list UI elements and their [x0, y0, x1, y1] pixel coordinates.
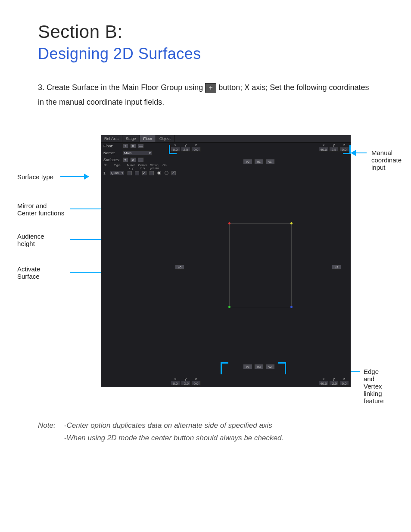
chevron-down-icon: ▾ — [149, 151, 151, 155]
tab-stage[interactable]: Stage — [122, 135, 140, 142]
svg-marker-0 — [84, 174, 89, 180]
anno-activate-surface: Activate Surface — [17, 265, 40, 280]
coord-top-left: xyz 0.0 2.5 0.0 — [171, 143, 201, 152]
surface-type-value: Quad — [111, 171, 118, 174]
v2-button[interactable]: v2 — [265, 364, 275, 369]
bracket-icon — [221, 362, 228, 374]
coord-input[interactable]: 0.0 — [171, 147, 180, 152]
surface-quad — [229, 223, 292, 307]
coord-input[interactable]: 40.0 — [319, 381, 328, 386]
vbtns-bottom: v3 e3 v2 — [243, 364, 275, 369]
hdr-no: No. — [103, 164, 109, 167]
coord-input[interactable]: 0.0 — [191, 381, 201, 386]
coord-input[interactable]: 0.0 — [339, 381, 349, 386]
hdr-on: On — [161, 164, 168, 167]
v3-button[interactable]: v3 — [243, 364, 252, 369]
note-label: Note: — [38, 420, 62, 432]
hdr-type: Type — [110, 164, 125, 167]
arrow-line — [355, 152, 367, 153]
coord-bottom-left: xyz 0.0 -2.5 0.0 — [171, 377, 201, 386]
anno-audience-height: Audience height — [17, 233, 44, 247]
e3-button[interactable]: e3 — [254, 364, 264, 369]
coord-bottom-right: xyz 40.0 -2.5 0.0 — [319, 377, 349, 386]
step-text-a: Create Surface in the Main Floor Group u… — [47, 83, 203, 92]
note-line-1: -Center option duplicates data on altern… — [64, 421, 272, 429]
vertex-dot — [290, 306, 293, 308]
surfaces-add-button[interactable]: + — [122, 157, 128, 162]
sub-no: no — [156, 167, 159, 170]
sub-y: y — [143, 167, 145, 170]
name-value: Main — [124, 151, 131, 155]
arrow-line — [60, 176, 84, 177]
note-block: Note: -Center option duplicates data on … — [38, 420, 389, 445]
section-title: Section B: — [38, 22, 389, 42]
coord-input[interactable]: 2.5 — [329, 147, 339, 152]
e1-button[interactable]: e1 — [254, 159, 264, 164]
page-footer: Adamson Systems Engineering | Blueprint … — [0, 530, 411, 532]
hdr-sitting: Sitting — [149, 164, 159, 167]
sub-x: x — [129, 167, 131, 170]
row-idx: 1 — [103, 171, 109, 175]
surfaces-remove-button[interactable]: × — [130, 157, 136, 162]
sitting-no-radio[interactable] — [165, 171, 168, 175]
floor-add-button[interactable]: + — [122, 143, 128, 149]
step-number: 3. — [38, 83, 44, 92]
arrow-right-icon — [84, 174, 90, 180]
section-subtitle: Designing 2D Surfaces — [38, 45, 389, 63]
anno-mirror-center: Mirror and Center functions — [17, 202, 64, 217]
floor-remove-button[interactable]: × — [130, 143, 136, 149]
app-window: Ref Axis Stage Floor Object Floor: + × —… — [101, 135, 351, 387]
tab-refaxis[interactable]: Ref Axis — [101, 135, 122, 142]
coord-input[interactable]: -2.5 — [181, 381, 190, 386]
coord-input[interactable]: -2.5 — [329, 381, 339, 386]
center-y-checkbox[interactable] — [149, 171, 154, 175]
center-x-checkbox[interactable] — [142, 171, 146, 175]
sub-x: x — [140, 167, 142, 170]
plus-icon-inline: + — [205, 83, 216, 93]
v0-button[interactable]: v0 — [243, 159, 252, 164]
coord-input[interactable]: 0.0 — [191, 147, 201, 152]
coord-input[interactable]: 2.5 — [181, 147, 190, 152]
floor-label: Floor: — [103, 144, 121, 148]
coord-top-right: xyz 40.0 2.5 0.0 — [319, 143, 349, 152]
coord-input[interactable]: 40.0 — [319, 147, 328, 152]
sitting-yes-radio[interactable] — [157, 171, 161, 175]
e0-button[interactable]: e0 — [175, 264, 184, 270]
surfaces-label: Surfaces: — [103, 158, 121, 162]
hdr-mirror: Mirror — [126, 164, 136, 167]
mirror-y-checkbox[interactable] — [135, 171, 139, 175]
anno-manual-coord: Manual coordinate input — [371, 149, 402, 171]
diagram: Surface type Mirror and Center functions… — [22, 135, 389, 402]
tab-floor[interactable]: Floor — [140, 135, 156, 142]
surface-type-select[interactable]: Quad▾ — [110, 171, 125, 175]
svg-marker-4 — [351, 150, 356, 156]
surface-row-1: 1 Quad▾ — [101, 170, 351, 176]
on-checkbox[interactable] — [171, 171, 176, 175]
sub-y: y — [132, 167, 134, 170]
coord-input[interactable]: 0.0 — [171, 381, 180, 386]
tab-bar: Ref Axis Stage Floor Object — [101, 135, 351, 143]
surface-subheaders: x y x y yes no — [101, 166, 351, 170]
v1-button[interactable]: v1 — [265, 159, 275, 164]
surfaces-more-button[interactable]: — — [138, 157, 144, 162]
vertex-dot — [228, 222, 230, 224]
name-select[interactable]: Main▾ — [122, 150, 153, 156]
floor-more-button[interactable]: — — [138, 143, 144, 149]
mirror-x-checkbox[interactable] — [128, 171, 132, 175]
name-label: Name: — [103, 151, 121, 155]
e2-button[interactable]: e2 — [332, 264, 341, 270]
sub-yes: yes — [150, 167, 155, 170]
anno-edge-vertex: Edge and Vertex linking feature — [364, 368, 389, 404]
vertex-dot — [290, 222, 293, 224]
tab-object[interactable]: Object — [156, 135, 174, 142]
bracket-icon — [278, 362, 286, 374]
vertex-dot — [228, 306, 230, 308]
arrow-left-icon — [350, 150, 356, 156]
note-line-2: -When using 2D mode the center button sh… — [64, 434, 283, 442]
anno-surface-type: Surface type — [17, 173, 53, 180]
chevron-down-icon: ▾ — [121, 171, 123, 175]
step-text: 3. Create Surface in the Main Floor Grou… — [38, 80, 377, 109]
coord-input[interactable]: 0.0 — [339, 147, 349, 152]
vbtns-top: v0 e1 v1 — [243, 159, 275, 164]
hdr-center: Center — [137, 164, 148, 167]
